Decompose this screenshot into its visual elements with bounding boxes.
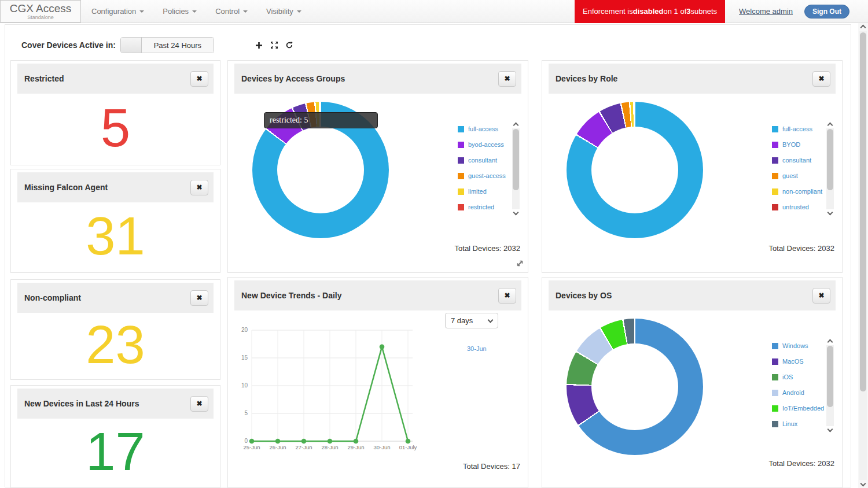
scrollbar-track[interactable]	[826, 128, 834, 209]
dashboard-controls: Cover Devices Active in: Past 24 Hours	[21, 37, 294, 53]
scroll-up-icon[interactable]	[513, 123, 519, 128]
chart-tooltip: restricted: 5	[264, 112, 378, 128]
legend-item[interactable]: guest	[772, 172, 823, 179]
legend-item[interactable]: Android	[772, 389, 823, 396]
widget-header: Devices by OS ✖	[549, 280, 836, 310]
sign-out-button[interactable]: Sign Out	[804, 5, 849, 19]
nav-menu-visibility[interactable]: Visibility	[266, 7, 301, 16]
legend-item[interactable]: byod-access	[458, 141, 509, 148]
legend-item[interactable]: Windows	[772, 342, 823, 349]
banner-text: subnets	[690, 7, 717, 16]
legend-item[interactable]: full-access	[772, 125, 823, 132]
expand-icon[interactable]	[270, 40, 279, 50]
os-donut-chart[interactable]	[567, 319, 703, 455]
widget-body: 31	[17, 202, 214, 269]
total-devices-label: Total Devices: 2032	[455, 244, 520, 253]
legend-item[interactable]: MacOS	[772, 358, 823, 365]
widget-title: New Devices in Last 24 Hours	[24, 399, 139, 408]
widget-devices-by-role: Devices by Role ✖ full-accessBYODconsult…	[542, 60, 843, 273]
legend-label: Windows	[782, 342, 808, 349]
nav-menu-control[interactable]: Control	[215, 7, 248, 16]
legend-swatch	[772, 188, 778, 195]
legend-item[interactable]: limited	[458, 188, 509, 195]
scrollbar-thumb[interactable]	[827, 129, 833, 190]
legend-label: restricted	[468, 204, 494, 210]
widget-restricted: Restricted ✖ 5	[10, 60, 220, 165]
legend-item[interactable]: guest-access	[458, 172, 509, 179]
legend-item[interactable]: full-access	[458, 125, 509, 132]
chevron-down-icon	[139, 10, 144, 13]
close-widget-button[interactable]: ✖	[190, 396, 208, 412]
resize-handle[interactable]	[516, 259, 524, 270]
scrollbar-track[interactable]	[826, 345, 834, 426]
legend-item[interactable]: BYOD	[772, 141, 823, 148]
close-widget-button[interactable]: ✖	[190, 290, 208, 306]
svg-text:01-July: 01-July	[399, 444, 417, 450]
widget-title: Non-compliant	[24, 293, 81, 302]
range-select[interactable]: 7 days	[445, 313, 498, 328]
welcome-admin-link[interactable]: Welcome admin	[739, 7, 793, 16]
legend-item[interactable]: iOS	[772, 374, 823, 380]
legend-label: non-compliant	[782, 188, 822, 195]
legend-swatch	[772, 405, 778, 412]
legend-label: guest-access	[468, 172, 506, 179]
legend-item[interactable]: Linux	[772, 420, 823, 427]
close-widget-button[interactable]: ✖	[498, 288, 516, 304]
scrollbar-track[interactable]	[512, 128, 520, 209]
scrollbar-track[interactable]	[859, 31, 867, 480]
legend-swatch	[772, 173, 778, 179]
widget-body: 7 days 0510152025-Jun26-Jun27-Jun28-Jun2…	[234, 310, 521, 485]
legend-item[interactable]: consultant	[772, 157, 823, 164]
close-icon: ✖	[196, 75, 202, 83]
role-donut-chart[interactable]	[567, 102, 703, 238]
time-range-toggle[interactable]: Past 24 Hours	[120, 37, 214, 53]
legend-label: BYOD	[782, 141, 800, 148]
legend-item[interactable]: untrusted	[772, 204, 823, 210]
close-widget-button[interactable]: ✖	[190, 71, 208, 87]
widget-header: Non-compliant ✖	[17, 283, 214, 313]
widget-missing-falcon-agent: Missing Falcon Agent ✖ 31	[10, 169, 220, 273]
legend-label: IoT/Embedded	[782, 405, 824, 412]
page-scrollbar	[858, 23, 868, 488]
legend-item[interactable]: non-compliant	[772, 188, 823, 195]
scroll-up-icon[interactable]	[860, 25, 866, 31]
scrollbar-thumb[interactable]	[860, 32, 866, 391]
widget-devices-by-access-groups: Devices by Access Groups ✖ restricted: 5…	[227, 60, 528, 273]
scroll-down-icon[interactable]	[827, 427, 833, 432]
nav-menu-configuration[interactable]: Configuration	[91, 7, 144, 16]
legend-label: byod-access	[468, 141, 504, 148]
active-filter-label: Cover Devices Active in:	[21, 40, 116, 50]
legend-label: MacOS	[782, 358, 804, 365]
legend-scrollbar	[825, 338, 835, 434]
close-widget-button[interactable]: ✖	[812, 71, 830, 87]
close-widget-button[interactable]: ✖	[190, 180, 208, 195]
trends-line-chart[interactable]: 0510152025-Jun26-Jun27-Jun28-Jun29-Jun30…	[236, 323, 417, 461]
toggle-knob[interactable]	[121, 38, 142, 53]
nav-menu-policies[interactable]: Policies	[163, 7, 197, 16]
scroll-down-icon[interactable]	[860, 481, 866, 487]
legend-item[interactable]: restricted	[458, 204, 509, 210]
add-widget-icon[interactable]	[255, 40, 264, 50]
widget-non-compliant: Non-compliant ✖ 23	[10, 279, 220, 380]
refresh-icon[interactable]	[285, 40, 294, 50]
widget-body: 5	[17, 94, 214, 162]
legend-item[interactable]: consultant	[458, 157, 509, 164]
scrollbar-thumb[interactable]	[827, 346, 833, 407]
banner-text-bold: 3	[686, 7, 690, 16]
trends-legend-item[interactable]: 30-Jun	[467, 345, 487, 352]
scroll-up-icon[interactable]	[827, 123, 833, 128]
scroll-down-icon[interactable]	[827, 210, 833, 216]
scrollbar-thumb[interactable]	[513, 129, 519, 190]
scroll-up-icon[interactable]	[827, 339, 833, 345]
app-logo[interactable]: CGX Access Standalone	[0, 0, 81, 23]
legend-scrollbar	[511, 121, 521, 217]
legend-label: full-access	[468, 125, 498, 132]
close-widget-button[interactable]: ✖	[498, 71, 516, 87]
legend-label: limited	[468, 188, 487, 195]
stat-value: 31	[86, 209, 145, 263]
close-icon: ✖	[818, 75, 824, 83]
scroll-down-icon[interactable]	[513, 210, 519, 216]
close-widget-button[interactable]: ✖	[812, 288, 830, 304]
widget-header: New Devices in Last 24 Hours ✖	[17, 389, 214, 419]
legend-item[interactable]: IoT/Embedded	[772, 405, 823, 412]
